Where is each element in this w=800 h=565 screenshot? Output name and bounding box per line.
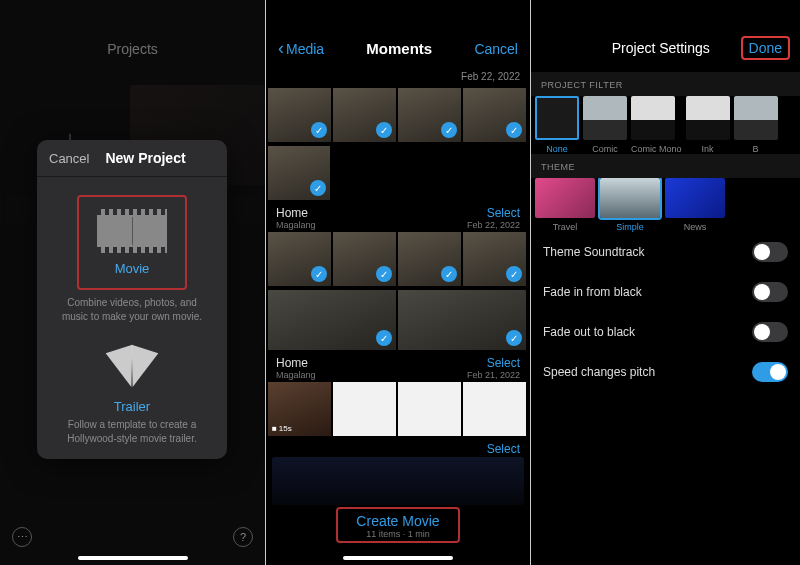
new-project-screen: Projects ＋ Cancel New Project Movie Comb… <box>0 0 265 565</box>
section-header: Home Magalang Select Feb 22, 2022 <box>266 202 530 230</box>
new-project-dialog: Cancel New Project Movie Combine videos,… <box>37 140 227 459</box>
more-icon[interactable]: ⋯ <box>12 527 32 547</box>
section-name: Home <box>276 206 316 220</box>
filter-more[interactable]: B <box>734 96 778 154</box>
filter-section-header: PROJECT FILTER <box>531 72 800 96</box>
media-thumbnail[interactable]: ■ 15s <box>268 382 331 436</box>
movie-option[interactable]: Movie Combine videos, photos, and music … <box>37 177 227 337</box>
preview-strip <box>272 457 524 505</box>
setting-label: Fade out to black <box>543 325 635 339</box>
check-icon: ✓ <box>506 266 522 282</box>
home-indicator <box>343 556 453 560</box>
theme-section-header: THEME <box>531 154 800 178</box>
toggle[interactable] <box>752 322 788 342</box>
dialog-title: New Project <box>105 150 185 166</box>
section-sub: Magalang <box>276 220 316 230</box>
check-icon: ✓ <box>376 266 392 282</box>
setting-theme-soundtrack: Theme Soundtrack <box>531 232 800 272</box>
section-sub: Magalang <box>276 370 316 380</box>
chevron-left-icon: ‹ <box>278 38 284 59</box>
check-icon: ✓ <box>311 122 327 138</box>
trailer-option[interactable]: Trailer Follow a template to create a Ho… <box>37 337 227 459</box>
toggle[interactable] <box>752 242 788 262</box>
toggle[interactable] <box>752 362 788 382</box>
media-thumbnail[interactable]: ✓ <box>398 88 461 142</box>
check-icon: ✓ <box>376 122 392 138</box>
check-icon: ✓ <box>506 330 522 346</box>
select-button[interactable]: Select <box>467 356 520 370</box>
media-thumbnail[interactable] <box>333 382 396 436</box>
select-button[interactable]: Select <box>467 442 520 456</box>
setting-fade-out: Fade out to black <box>531 312 800 352</box>
setting-fade-in: Fade in from black <box>531 272 800 312</box>
picker-title: Moments <box>366 40 432 57</box>
back-label: Media <box>286 41 324 57</box>
home-indicator <box>78 556 188 560</box>
check-icon: ✓ <box>441 122 457 138</box>
thumbnail-row: ■ 15s <box>266 380 530 438</box>
filmstrip-icon <box>97 209 167 253</box>
media-thumbnail[interactable]: ✓ <box>268 232 331 286</box>
highlight-box: Create Movie 11 items · 1 min <box>336 507 459 543</box>
highlight-box: Done <box>741 36 790 60</box>
thumbnail-row: ✓ ✓ ✓ ✓ <box>266 230 530 288</box>
done-button[interactable]: Done <box>749 40 782 56</box>
bottom-toolbar: ⋯ ? <box>0 527 265 547</box>
date-label: Feb 22, 2022 <box>266 71 530 86</box>
filter-none[interactable]: None <box>535 96 579 154</box>
section-name: Home <box>276 356 316 370</box>
setting-label: Theme Soundtrack <box>543 245 644 259</box>
theme-simple[interactable]: Simple <box>600 178 660 232</box>
thumbnail-row: ✓ ✓ ✓ ✓ <box>266 86 530 144</box>
movie-label: Movie <box>83 261 181 276</box>
settings-header: Project Settings Done <box>531 0 800 72</box>
project-settings-screen: Project Settings Done PROJECT FILTER Non… <box>531 0 800 565</box>
check-icon: ✓ <box>311 266 327 282</box>
media-thumbnail[interactable]: ✓ <box>333 88 396 142</box>
cancel-button[interactable]: Cancel <box>474 41 518 57</box>
thumbnail-row: ✓ <box>266 144 530 202</box>
section-date: Feb 22, 2022 <box>467 220 520 230</box>
thumbnail-row: ✓ ✓ <box>266 288 530 352</box>
media-thumbnail[interactable]: ✓ <box>463 88 526 142</box>
toggle[interactable] <box>752 282 788 302</box>
trailer-label: Trailer <box>49 399 215 414</box>
projects-title: Projects <box>0 0 265 57</box>
create-movie-button[interactable]: Create Movie <box>356 513 439 529</box>
media-thumbnail[interactable]: ✓ <box>268 146 330 200</box>
media-thumbnail[interactable]: ✓ <box>333 232 396 286</box>
moments-picker-screen: ‹Media Moments Cancel Feb 22, 2022 ✓ ✓ ✓… <box>265 0 531 565</box>
create-bar: Create Movie 11 items · 1 min <box>266 507 530 543</box>
media-thumbnail[interactable]: ✓ <box>398 232 461 286</box>
back-button[interactable]: ‹Media <box>278 38 324 59</box>
filter-comic[interactable]: Comic <box>583 96 627 154</box>
help-icon[interactable]: ? <box>233 527 253 547</box>
media-thumbnail[interactable] <box>463 382 526 436</box>
theme-row[interactable]: Travel Simple News <box>531 178 800 232</box>
spotlight-icon <box>105 349 159 393</box>
picker-header: ‹Media Moments Cancel <box>266 0 530 71</box>
setting-label: Speed changes pitch <box>543 365 655 379</box>
filter-ink[interactable]: Ink <box>686 96 730 154</box>
dialog-header: Cancel New Project <box>37 140 227 177</box>
movie-desc: Combine videos, photos, and music to mak… <box>49 296 215 323</box>
highlight-box: Movie <box>77 195 187 290</box>
setting-label: Fade in from black <box>543 285 642 299</box>
media-thumbnail[interactable] <box>398 382 461 436</box>
trailer-desc: Follow a template to create a Hollywood-… <box>49 418 215 445</box>
cancel-button[interactable]: Cancel <box>49 151 89 166</box>
media-thumbnail[interactable]: ✓ <box>398 290 526 350</box>
theme-travel[interactable]: Travel <box>535 178 595 232</box>
media-thumbnail[interactable]: ✓ <box>463 232 526 286</box>
section-date: Feb 21, 2022 <box>467 370 520 380</box>
check-icon: ✓ <box>441 266 457 282</box>
filter-row[interactable]: None Comic Comic Mono Ink B <box>531 96 800 154</box>
filter-comic-mono[interactable]: Comic Mono <box>631 96 682 154</box>
settings-title: Project Settings <box>581 40 741 56</box>
media-thumbnail[interactable]: ✓ <box>268 88 331 142</box>
select-button[interactable]: Select <box>467 206 520 220</box>
setting-speed-pitch: Speed changes pitch <box>531 352 800 392</box>
theme-news[interactable]: News <box>665 178 725 232</box>
check-icon: ✓ <box>310 180 326 196</box>
media-thumbnail[interactable]: ✓ <box>268 290 396 350</box>
